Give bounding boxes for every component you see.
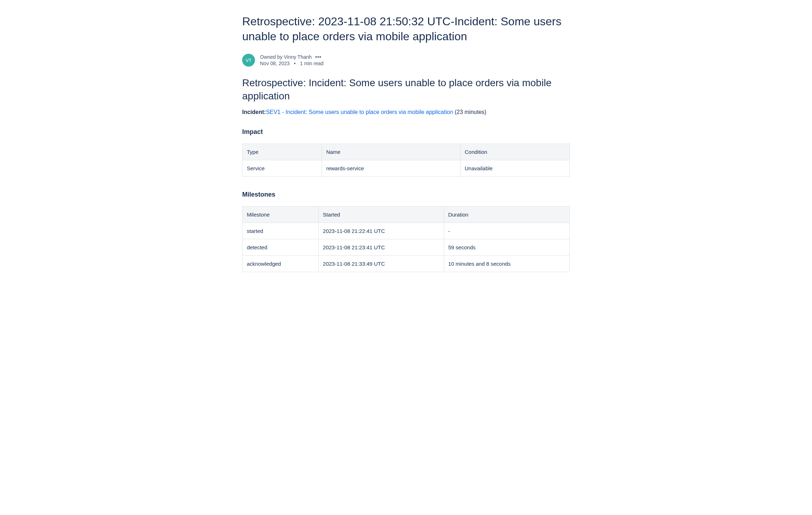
impact-cell: Unavailable	[460, 160, 569, 176]
incident-link[interactable]: SEV1 - Incident: Some users unable to pl…	[266, 109, 453, 115]
milestone-cell: 2023-11-08 21:22:41 UTC	[318, 223, 444, 239]
table-row: Service rewards-service Unavailable	[243, 160, 570, 176]
byline: VT Owned by Vinny Thanh ••• Nov 08, 2023…	[242, 54, 570, 67]
impact-header-name: Name	[322, 144, 460, 160]
impact-cell: rewards-service	[322, 160, 460, 176]
milestone-cell: -	[444, 223, 569, 239]
impact-table: Type Name Condition Service rewards-serv…	[242, 144, 570, 177]
incident-line: Incident:SEV1 - Incident: Some users una…	[242, 109, 570, 115]
retrospective-heading: Retrospective: Incident: Some users unab…	[242, 77, 570, 103]
table-row: started 2023-11-08 21:22:41 UTC -	[243, 223, 570, 239]
milestone-cell: started	[243, 223, 319, 239]
impact-cell: Service	[243, 160, 322, 176]
milestones-header-duration: Duration	[444, 206, 569, 223]
page-date: Nov 08, 2023	[260, 61, 290, 66]
milestones-header-started: Started	[318, 206, 444, 223]
incident-label: Incident:	[242, 109, 266, 115]
milestone-cell: 10 minutes and 8 seconds	[444, 255, 569, 272]
avatar[interactable]: VT	[242, 54, 255, 67]
table-row: acknowledged 2023-11-08 21:33:49 UTC 10 …	[243, 255, 570, 272]
impact-header-condition: Condition	[460, 144, 569, 160]
table-row: detected 2023-11-08 21:23:41 UTC 59 seco…	[243, 239, 570, 255]
milestone-cell: 2023-11-08 21:33:49 UTC	[318, 255, 444, 272]
impact-heading: Impact	[242, 128, 570, 136]
milestone-cell: 59 seconds	[444, 239, 569, 255]
meta-separator: •	[294, 61, 296, 66]
milestone-cell: acknowledged	[243, 255, 319, 272]
read-time: 1 min read	[300, 61, 323, 66]
incident-duration: (23 minutes)	[453, 109, 486, 115]
milestones-header-milestone: Milestone	[243, 206, 319, 223]
milestones-table: Milestone Started Duration started 2023-…	[242, 206, 570, 272]
impact-header-type: Type	[243, 144, 322, 160]
milestones-heading: Milestones	[242, 191, 570, 198]
owned-by-text: Owned by Vinny Thanh	[260, 54, 312, 60]
milestone-cell: detected	[243, 239, 319, 255]
more-icon[interactable]: •••	[315, 54, 322, 60]
page-title: Retrospective: 2023-11-08 21:50:32 UTC-I…	[242, 14, 570, 44]
milestone-cell: 2023-11-08 21:23:41 UTC	[318, 239, 444, 255]
